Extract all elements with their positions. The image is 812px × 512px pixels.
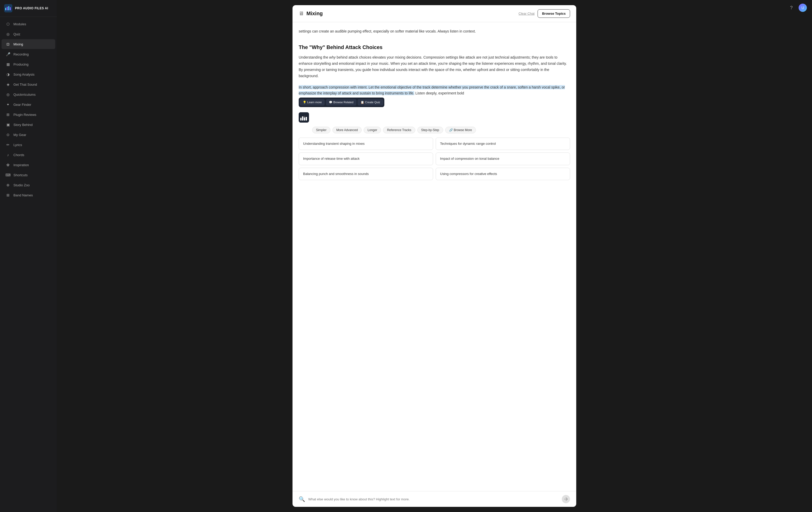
- bot-avatar-row: [299, 112, 570, 122]
- suggestion-button[interactable]: Balancing punch and smoothness in sounds: [299, 168, 433, 180]
- svg-rect-1: [5, 8, 6, 10]
- sidebar-item-quiz[interactable]: ◎ Quiz: [2, 29, 55, 39]
- sidebar-item-gear-finder[interactable]: ✦ Gear Finder: [2, 99, 55, 109]
- sidebar-header: PRO AUDIO FILES AI: [0, 0, 57, 17]
- suggestion-chip[interactable]: More Advanced: [332, 127, 361, 134]
- svg-rect-7: [300, 117, 301, 118]
- sidebar-item-quickrriculums[interactable]: ◎ Quickrriculums: [2, 89, 55, 99]
- producing-icon: ▦: [6, 62, 10, 66]
- suggestion-chip[interactable]: Longer: [364, 127, 381, 134]
- sidebar-item-modules[interactable]: ⬡ Modules: [2, 19, 55, 29]
- studio-zoo-icon: ⊛: [6, 183, 10, 187]
- sidebar-item-mixing[interactable]: ⊡ Mixing: [2, 39, 55, 49]
- sidebar-label-lyrics: Lyrics: [13, 143, 22, 147]
- create-quiz-button[interactable]: 📋 Create Quiz: [357, 99, 383, 106]
- suggestion-chip[interactable]: Reference Tracks: [383, 127, 415, 134]
- chat-input-area: 🔍: [292, 491, 576, 507]
- sidebar-item-shortcuts[interactable]: ⌨ Shortcuts: [2, 170, 55, 180]
- sidebar-nav: ⬡ Modules ◎ Quiz ⊡ Mixing 🎤 Recording ▦ …: [0, 17, 57, 512]
- suggestion-button[interactable]: Impact of compression on tonal balance: [436, 152, 570, 165]
- suggestion-chip[interactable]: 🔗 Browse More: [445, 127, 476, 134]
- svg-rect-6: [300, 118, 301, 120]
- chat-messages: settings can create an audible pumping e…: [292, 22, 576, 491]
- message-body-1: Understanding the why behind attack choi…: [299, 54, 570, 79]
- browse-related-button[interactable]: 💬 Browse Related: [326, 99, 356, 106]
- main-area: 🖥 Mixing Clear Chat Browse Topics settin…: [57, 0, 812, 512]
- sidebar-label-modules: Modules: [13, 22, 26, 26]
- highlighted-paragraph: In short, approach compression with inte…: [299, 84, 570, 107]
- sidebar-label-song-analysis: Song Analysis: [13, 73, 35, 76]
- story-behind-icon: ▣: [6, 122, 10, 127]
- svg-rect-4: [10, 7, 11, 10]
- song-analysis-icon: ◑: [6, 72, 10, 77]
- svg-rect-8: [302, 116, 303, 120]
- chat-header-actions: Clear Chat Browse Topics: [519, 9, 570, 18]
- sidebar-label-story-behind: Story Behind: [13, 123, 32, 127]
- gear-finder-icon: ✦: [6, 102, 10, 107]
- quiz-icon: ◎: [6, 32, 10, 36]
- sidebar-label-chords: Chords: [13, 153, 24, 157]
- my-gear-icon: ⊙: [6, 133, 10, 137]
- sidebar-item-producing[interactable]: ▦ Producing: [2, 59, 55, 69]
- sidebar-label-quickrriculums: Quickrriculums: [13, 93, 36, 96]
- band-names-icon: ⊞: [6, 193, 10, 197]
- sidebar-label-get-that-sound: Get That Sound: [13, 83, 37, 86]
- sidebar-item-inspiration[interactable]: ✿ Inspiration: [2, 160, 55, 170]
- svg-rect-10: [304, 116, 305, 117]
- suggestion-button[interactable]: Understanding transient shaping in mixes: [299, 138, 433, 150]
- sidebar-label-studio-zoo: Studio Zoo: [13, 183, 30, 187]
- inspiration-icon: ✿: [6, 163, 10, 167]
- sidebar-label-gear-finder: Gear Finder: [13, 103, 31, 107]
- chat-container: 🖥 Mixing Clear Chat Browse Topics settin…: [292, 5, 576, 507]
- sidebar-label-inspiration: Inspiration: [13, 163, 29, 167]
- sidebar-item-song-analysis[interactable]: ◑ Song Analysis: [2, 69, 55, 79]
- sidebar-label-recording: Recording: [13, 52, 29, 56]
- user-avatar[interactable]: U: [799, 4, 807, 12]
- svg-rect-9: [304, 117, 305, 120]
- suggestions-grid: Understanding transient shaping in mixes…: [299, 138, 570, 180]
- sidebar-item-plugin-reviews[interactable]: ⊞ Plugin Reviews: [2, 110, 55, 119]
- text-selection-popup: 💡 Learn more 💬 Browse Related 📋 Create Q…: [299, 96, 570, 107]
- input-icon: 🔍: [299, 496, 305, 502]
- sidebar-item-my-gear[interactable]: ⊙ My Gear: [2, 130, 55, 140]
- chat-input[interactable]: [308, 497, 559, 501]
- sidebar-item-band-names[interactable]: ⊞ Band Names: [2, 190, 55, 200]
- suggestion-chip[interactable]: Simpler: [312, 127, 330, 134]
- sidebar-label-band-names: Band Names: [13, 193, 33, 197]
- sidebar-item-chords[interactable]: ♪ Chords: [2, 150, 55, 160]
- sidebar-item-story-behind[interactable]: ▣ Story Behind: [2, 120, 55, 130]
- mixing-icon: ⊡: [6, 42, 10, 47]
- sidebar-item-studio-zoo[interactable]: ⊛ Studio Zoo: [2, 180, 55, 190]
- clear-chat-button[interactable]: Clear Chat: [519, 11, 534, 16]
- sidebar-label-my-gear: My Gear: [13, 133, 26, 137]
- lyrics-icon: ✏: [6, 142, 10, 147]
- send-button[interactable]: [562, 495, 570, 503]
- modules-icon: ⬡: [6, 22, 10, 26]
- suggestion-button[interactable]: Techniques for dynamic range control: [436, 138, 570, 150]
- partial-message: settings can create an audible pumping e…: [299, 28, 570, 38]
- sidebar-label-plugin-reviews: Plugin Reviews: [13, 113, 36, 117]
- sidebar: PRO AUDIO FILES AI ⬡ Modules ◎ Quiz ⊡ Mi…: [0, 0, 57, 512]
- suggestion-button[interactable]: Using compressors for creative effects: [436, 168, 570, 180]
- logo-icon: [4, 4, 12, 12]
- topbar: ? U: [782, 0, 812, 16]
- chat-header: 🖥 Mixing Clear Chat Browse Topics: [292, 5, 576, 22]
- sidebar-label-producing: Producing: [13, 62, 29, 66]
- bot-avatar: [299, 112, 309, 122]
- plugin-reviews-icon: ⊞: [6, 112, 10, 117]
- sidebar-item-recording[interactable]: 🎤 Recording: [2, 49, 55, 59]
- learn-more-button[interactable]: 💡 Learn more: [300, 99, 325, 106]
- suggestion-chip[interactable]: Step-by-Step: [417, 127, 443, 134]
- suggestion-button[interactable]: Importance of release time with attack: [299, 152, 433, 165]
- svg-rect-11: [306, 117, 307, 120]
- sidebar-label-shortcuts: Shortcuts: [13, 173, 28, 177]
- recording-icon: 🎤: [6, 52, 10, 57]
- suggestion-chips: SimplerMore AdvancedLongerReference Trac…: [299, 127, 570, 134]
- help-icon[interactable]: ?: [787, 4, 795, 12]
- chat-title: Mixing: [307, 10, 323, 17]
- chords-icon: ♪: [6, 152, 10, 157]
- browse-topics-button[interactable]: Browse Topics: [538, 9, 570, 18]
- sidebar-item-lyrics[interactable]: ✏ Lyrics: [2, 140, 55, 150]
- sidebar-item-get-that-sound[interactable]: ◈ Get That Sound: [2, 80, 55, 89]
- get-that-sound-icon: ◈: [6, 82, 10, 87]
